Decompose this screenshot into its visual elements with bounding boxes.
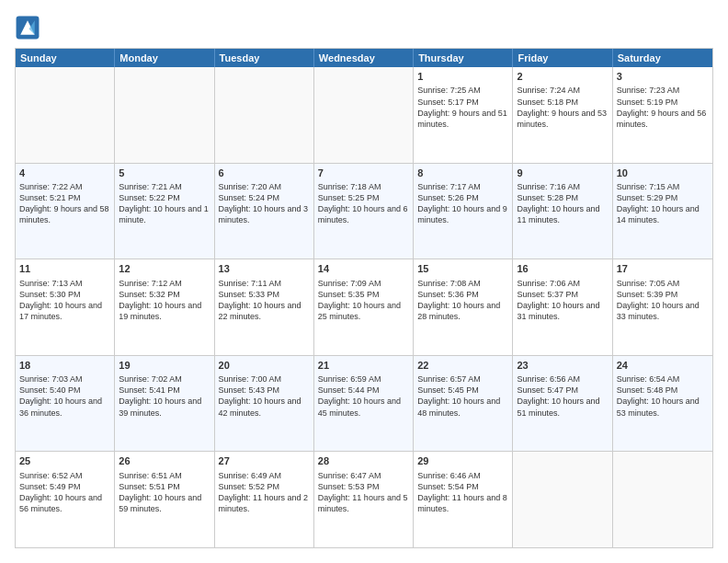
sunrise-text: Sunrise: 6:57 AM <box>417 374 481 384</box>
day-info: Sunrise: 6:46 AMSunset: 5:54 PMDaylight:… <box>417 470 508 515</box>
day-info: Sunrise: 6:47 AMSunset: 5:53 PMDaylight:… <box>318 470 409 515</box>
day-cell-17: 17Sunrise: 7:05 AMSunset: 5:39 PMDayligh… <box>613 259 712 355</box>
sunset-text: Sunset: 5:53 PM <box>318 482 380 491</box>
calendar: SundayMondayTuesdayWednesdayThursdayFrid… <box>15 48 713 548</box>
day-info: Sunrise: 6:57 AMSunset: 5:45 PMDaylight:… <box>417 373 508 419</box>
sunrise-text: Sunrise: 7:12 AM <box>119 279 182 288</box>
sunrise-text: Sunrise: 6:46 AM <box>417 471 481 480</box>
day-info: Sunrise: 6:56 AMSunset: 5:47 PMDaylight:… <box>517 373 608 419</box>
day-info: Sunrise: 7:11 AMSunset: 5:33 PMDaylight:… <box>219 278 310 323</box>
sunset-text: Sunset: 5:35 PM <box>318 290 380 299</box>
daylight-text: Daylight: 9 hours and 58 minutes. <box>19 204 109 224</box>
day-number: 5 <box>119 167 210 180</box>
sunset-text: Sunset: 5:45 PM <box>417 385 479 395</box>
day-cell-8: 8Sunrise: 7:17 AMSunset: 5:26 PMDaylight… <box>414 164 513 259</box>
day-cell-1: 1Sunrise: 7:25 AMSunset: 5:17 PMDaylight… <box>414 67 513 163</box>
day-info: Sunrise: 7:17 AMSunset: 5:26 PMDaylight:… <box>417 181 508 226</box>
sunset-text: Sunset: 5:32 PM <box>119 290 180 299</box>
day-cell-23: 23Sunrise: 6:56 AMSunset: 5:47 PMDayligh… <box>513 356 612 452</box>
daylight-text: Daylight: 11 hours and 8 minutes. <box>417 493 507 513</box>
sunset-text: Sunset: 5:39 PM <box>617 290 678 299</box>
daylight-text: Daylight: 10 hours and 51 minutes. <box>517 396 599 417</box>
day-cell-21: 21Sunrise: 6:59 AMSunset: 5:44 PMDayligh… <box>314 356 414 452</box>
day-info: Sunrise: 7:05 AMSunset: 5:39 PMDaylight:… <box>617 278 709 323</box>
day-cell-13: 13Sunrise: 7:11 AMSunset: 5:33 PMDayligh… <box>215 259 314 355</box>
day-number: 6 <box>219 167 310 180</box>
sunset-text: Sunset: 5:40 PM <box>19 385 81 395</box>
day-info: Sunrise: 7:00 AMSunset: 5:43 PMDaylight:… <box>219 373 310 419</box>
day-cell-26: 26Sunrise: 6:51 AMSunset: 5:51 PMDayligh… <box>115 452 214 547</box>
sunrise-text: Sunrise: 7:09 AM <box>318 279 381 288</box>
day-cell-29: 29Sunrise: 6:46 AMSunset: 5:54 PMDayligh… <box>414 452 513 547</box>
sunrise-text: Sunrise: 7:17 AM <box>417 182 481 191</box>
day-info: Sunrise: 7:13 AMSunset: 5:30 PMDaylight:… <box>19 278 110 323</box>
day-cell-27: 27Sunrise: 6:49 AMSunset: 5:52 PMDayligh… <box>215 452 314 547</box>
calendar-week-3: 11Sunrise: 7:13 AMSunset: 5:30 PMDayligh… <box>16 259 712 355</box>
sunset-text: Sunset: 5:25 PM <box>318 193 380 202</box>
sunset-text: Sunset: 5:24 PM <box>219 193 280 202</box>
empty-cell <box>16 67 115 163</box>
empty-cell <box>215 67 314 163</box>
sunset-text: Sunset: 5:19 PM <box>617 98 678 107</box>
day-cell-7: 7Sunrise: 7:18 AMSunset: 5:25 PMDaylight… <box>314 164 414 259</box>
day-number: 18 <box>19 359 110 373</box>
day-number: 26 <box>119 454 210 468</box>
sunrise-text: Sunrise: 7:24 AM <box>517 86 580 95</box>
header-day-friday: Friday <box>513 49 612 67</box>
sunrise-text: Sunrise: 7:05 AM <box>617 279 680 288</box>
daylight-text: Daylight: 10 hours and 56 minutes. <box>19 493 102 513</box>
sunrise-text: Sunrise: 7:15 AM <box>617 182 680 191</box>
day-number: 22 <box>417 359 508 373</box>
daylight-text: Daylight: 9 hours and 56 minutes. <box>617 109 707 129</box>
daylight-text: Daylight: 9 hours and 51 minutes. <box>417 109 507 129</box>
daylight-text: Daylight: 10 hours and 22 minutes. <box>219 301 301 321</box>
daylight-text: Daylight: 10 hours and 25 minutes. <box>318 301 401 321</box>
sunset-text: Sunset: 5:33 PM <box>219 290 280 299</box>
day-info: Sunrise: 7:23 AMSunset: 5:19 PMDaylight:… <box>617 85 709 130</box>
logo <box>15 15 44 40</box>
day-number: 21 <box>318 359 409 373</box>
day-number: 20 <box>219 359 310 373</box>
day-info: Sunrise: 7:21 AMSunset: 5:22 PMDaylight:… <box>119 181 210 226</box>
day-cell-15: 15Sunrise: 7:08 AMSunset: 5:36 PMDayligh… <box>414 259 513 355</box>
day-cell-2: 2Sunrise: 7:24 AMSunset: 5:18 PMDaylight… <box>513 67 612 163</box>
sunrise-text: Sunrise: 7:11 AM <box>219 279 282 288</box>
day-number: 1 <box>417 70 508 84</box>
sunrise-text: Sunrise: 7:21 AM <box>119 182 182 191</box>
daylight-text: Daylight: 10 hours and 36 minutes. <box>19 396 102 417</box>
calendar-body: 1Sunrise: 7:25 AMSunset: 5:17 PMDaylight… <box>16 67 712 547</box>
header-day-saturday: Saturday <box>613 49 712 67</box>
day-cell-22: 22Sunrise: 6:57 AMSunset: 5:45 PMDayligh… <box>414 356 513 452</box>
day-number: 10 <box>617 167 709 180</box>
sunrise-text: Sunrise: 7:00 AM <box>219 374 282 384</box>
empty-cell <box>613 452 712 547</box>
day-cell-28: 28Sunrise: 6:47 AMSunset: 5:53 PMDayligh… <box>314 452 414 547</box>
sunset-text: Sunset: 5:43 PM <box>219 385 280 395</box>
sunset-text: Sunset: 5:41 PM <box>119 385 180 395</box>
day-cell-14: 14Sunrise: 7:09 AMSunset: 5:35 PMDayligh… <box>314 259 414 355</box>
sunset-text: Sunset: 5:54 PM <box>417 482 479 491</box>
day-number: 28 <box>318 454 409 468</box>
day-info: Sunrise: 7:09 AMSunset: 5:35 PMDaylight:… <box>318 278 409 323</box>
day-number: 29 <box>417 454 508 468</box>
sunrise-text: Sunrise: 6:54 AM <box>617 374 680 384</box>
sunrise-text: Sunrise: 6:49 AM <box>219 471 282 480</box>
sunset-text: Sunset: 5:22 PM <box>119 193 180 202</box>
day-number: 2 <box>517 70 608 84</box>
day-number: 13 <box>219 262 310 276</box>
calendar-week-1: 1Sunrise: 7:25 AMSunset: 5:17 PMDaylight… <box>16 67 712 163</box>
day-number: 17 <box>617 262 709 276</box>
day-info: Sunrise: 6:54 AMSunset: 5:48 PMDaylight:… <box>617 373 709 419</box>
day-cell-5: 5Sunrise: 7:21 AMSunset: 5:22 PMDaylight… <box>115 164 214 259</box>
sunrise-text: Sunrise: 7:20 AM <box>219 182 282 191</box>
header-day-sunday: Sunday <box>16 49 115 67</box>
day-number: 15 <box>417 262 508 276</box>
day-number: 25 <box>19 454 110 468</box>
sunrise-text: Sunrise: 7:22 AM <box>19 182 83 191</box>
sunset-text: Sunset: 5:26 PM <box>417 193 479 202</box>
day-number: 16 <box>517 262 608 276</box>
day-number: 4 <box>19 167 110 180</box>
calendar-week-5: 25Sunrise: 6:52 AMSunset: 5:49 PMDayligh… <box>16 451 712 547</box>
day-cell-10: 10Sunrise: 7:15 AMSunset: 5:29 PMDayligh… <box>613 164 712 259</box>
sunrise-text: Sunrise: 7:03 AM <box>19 374 83 384</box>
